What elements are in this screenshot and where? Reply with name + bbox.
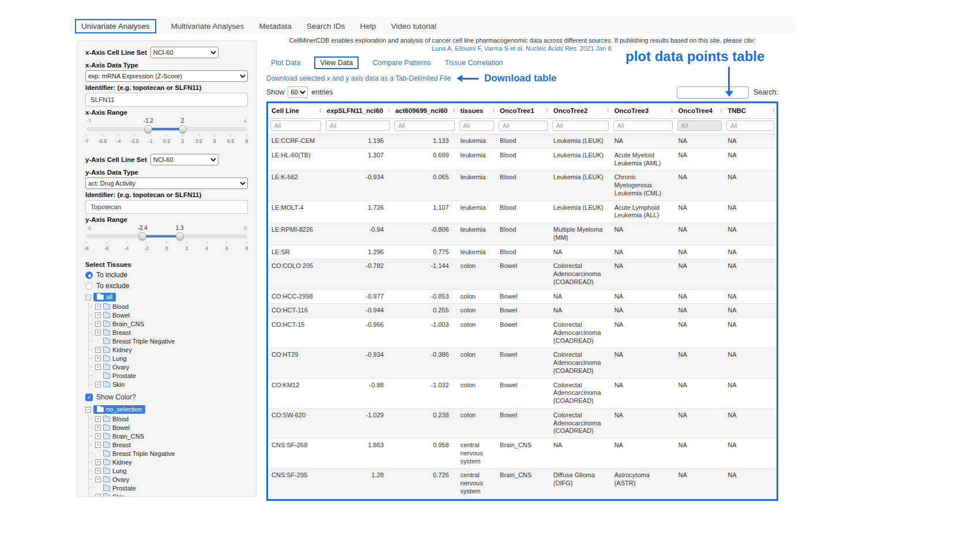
tree-item-bowel[interactable]: +Bowel: [93, 423, 248, 432]
x-identifier-input[interactable]: [85, 93, 248, 107]
tree-item-brain-cns[interactable]: +Brain_CNS: [93, 432, 248, 440]
collapse-icon[interactable]: −: [85, 295, 91, 300]
tree-item-prostate[interactable]: Prostate: [93, 371, 248, 380]
column-filter-tissues[interactable]: All: [459, 120, 495, 131]
entries-select[interactable]: 60: [288, 86, 308, 98]
expand-icon[interactable]: +: [95, 477, 101, 482]
x-cell-line-set-select[interactable]: NCI-60: [150, 47, 218, 58]
expand-icon[interactable]: +: [95, 347, 101, 353]
column-filter-oncotree2[interactable]: All: [552, 120, 609, 131]
tree-item-breast[interactable]: +Breast: [93, 440, 248, 449]
slider-max-label: 8: [244, 225, 247, 231]
column-header-oncotree3[interactable]: OncoTree3▲▼: [611, 103, 675, 119]
sort-icon: ▲▼: [319, 108, 322, 114]
expand-icon[interactable]: +: [95, 416, 101, 422]
expand-icon[interactable]: +: [95, 364, 101, 370]
tree-item-breast[interactable]: +Breast: [93, 328, 248, 337]
tree-item-breast-triple-negative[interactable]: Breast Triple Negative: [93, 449, 248, 458]
expand-icon[interactable]: +: [95, 459, 101, 465]
nav-tab-univariate-analyses[interactable]: Univariate Analyses: [75, 19, 156, 33]
nav-tab-help[interactable]: Help: [360, 22, 376, 31]
table-cell: CO:KM12: [268, 378, 323, 408]
column-header-oncotree1[interactable]: OncoTree1▲▼: [496, 103, 550, 119]
slider-handle-to[interactable]: [176, 232, 184, 240]
tree-item-ovary[interactable]: +Ovary: [93, 363, 248, 371]
tree-item-lung[interactable]: +Lung: [93, 354, 248, 363]
tree-item-breast-triple-negative[interactable]: Breast Triple Negative: [93, 337, 248, 345]
sort-icon: ▲▼: [387, 108, 391, 114]
table-cell: -0.944: [323, 304, 392, 318]
x-axis-range-slider[interactable]: -78-1.22-7-5.5-4-2.5-10.523.556.58: [86, 118, 247, 148]
column-filter-tnbc[interactable]: All: [726, 120, 774, 131]
tree-item-prostate[interactable]: Prostate: [93, 484, 248, 492]
column-header-tnbc[interactable]: TNBC▲▼: [724, 103, 777, 119]
table-cell: NA: [611, 318, 675, 348]
column-header-oncotree2[interactable]: OncoTree2▲▼: [550, 103, 611, 119]
tree-item-brain-cns[interactable]: +Brain_CNS: [93, 319, 248, 328]
table-cell: LE:CCRF-CEM: [268, 134, 323, 149]
y-identifier-label: Identifier: (e.g. topotecan or SLFN11): [85, 191, 248, 199]
show-color-checkbox[interactable]: Show Color?: [85, 393, 248, 402]
expand-icon[interactable]: +: [95, 425, 101, 431]
tree-root-no-selection[interactable]: no_selection: [93, 405, 145, 414]
slider-handle-from[interactable]: [144, 125, 152, 133]
expand-icon[interactable]: +: [95, 433, 101, 439]
tab-view-data[interactable]: View Data: [314, 56, 359, 69]
tab-tissue-correlation[interactable]: Tissue Correlation: [445, 59, 503, 67]
y-cell-line-set-select[interactable]: NCI-60: [150, 154, 218, 165]
column-filter-act609699-nci60[interactable]: All: [394, 120, 455, 131]
x-identifier-label: Identifier: (e.g. topotecan or SLFN11): [85, 84, 248, 92]
column-filter-oncotree4[interactable]: All: [677, 120, 722, 131]
tree-item-skin[interactable]: +Skin: [93, 380, 248, 388]
tree-item-blood[interactable]: +Blood: [93, 414, 248, 423]
y-data-type-select[interactable]: act: Drug Activity: [85, 178, 248, 189]
expand-icon[interactable]: +: [95, 312, 101, 318]
expand-icon[interactable]: +: [95, 442, 101, 448]
expand-icon[interactable]: +: [95, 321, 101, 327]
expand-icon[interactable]: +: [95, 356, 101, 361]
radio-to-exclude[interactable]: To exclude: [85, 281, 248, 290]
tree-item-label: Blood: [112, 416, 129, 422]
expand-icon[interactable]: +: [95, 468, 101, 474]
tree-item-skin[interactable]: +Skin: [93, 492, 248, 497]
radio-to-include[interactable]: To include: [85, 270, 248, 280]
expand-icon[interactable]: +: [95, 382, 101, 387]
column-filter-expslfn11-nci60[interactable]: All: [326, 120, 390, 131]
column-header-oncotree4[interactable]: OncoTree4▲▼: [675, 103, 725, 119]
expand-icon[interactable]: +: [95, 494, 101, 497]
column-filter-cell-line[interactable]: All: [270, 120, 321, 131]
tree-item-kidney[interactable]: +Kidney: [93, 345, 248, 354]
tree-item-kidney[interactable]: +Kidney: [93, 458, 248, 466]
search-input[interactable]: [677, 86, 749, 99]
column-header-tissues[interactable]: tissues▲▼: [457, 103, 497, 119]
slider-ticks: -7-5.5-4-2.5-10.523.556.58: [86, 134, 247, 146]
expand-icon[interactable]: +: [95, 330, 101, 335]
slider-handle-from[interactable]: [138, 232, 146, 240]
tree-item-blood[interactable]: +Blood: [93, 302, 248, 311]
tree-root-all[interactable]: all: [93, 293, 116, 301]
table-cell: NA: [675, 318, 725, 348]
nav-tab-metadata[interactable]: Metadata: [259, 22, 291, 31]
column-header-expslfn11-nci60[interactable]: expSLFN11_nci60▲▼: [323, 103, 392, 119]
tree-item-bowel[interactable]: +Bowel: [93, 311, 248, 319]
table-cell: NA: [611, 223, 675, 246]
tree-item-ovary[interactable]: +Ovary: [93, 475, 248, 484]
nav-tab-search-ids[interactable]: Search IDs: [307, 22, 345, 31]
y-axis-range-slider[interactable]: -88-2.41.3-8-6-4-202468: [86, 225, 247, 255]
table-cell: -0.853: [392, 289, 457, 304]
collapse-icon[interactable]: −: [85, 407, 91, 413]
tab-compare-patterns[interactable]: Compare Patterns: [372, 59, 431, 67]
column-filter-oncotree3[interactable]: All: [613, 120, 673, 131]
tab-plot-data[interactable]: Plot Data: [271, 59, 300, 67]
column-filter-oncotree1[interactable]: All: [499, 120, 548, 131]
download-link[interactable]: Download selected x and y axis data as a…: [266, 74, 451, 82]
expand-icon[interactable]: +: [95, 304, 101, 310]
nav-tab-video-tutorial[interactable]: Video tutorial: [391, 22, 436, 31]
y-identifier-input[interactable]: [85, 200, 248, 214]
slider-handle-to[interactable]: [179, 125, 187, 133]
column-header-cell-line[interactable]: Cell Line▲▼: [268, 103, 323, 119]
x-data-type-select[interactable]: exp: mRNA Expression (Z-Score): [85, 70, 248, 82]
column-header-act609699-nci60[interactable]: act609699_nci60▲▼: [392, 103, 457, 119]
tree-item-lung[interactable]: +Lung: [93, 466, 248, 475]
nav-tab-multivariate-analyses[interactable]: Multivariate Analyses: [171, 22, 244, 31]
